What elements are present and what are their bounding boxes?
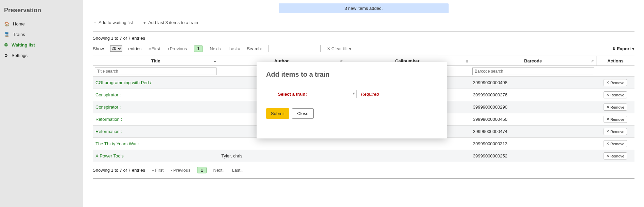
sidebar: Preservation 🏠Home🚆Trains♻Waiting list⚙S… — [0, 0, 83, 207]
toolbar: ＋ Add to waiting list ＋ Add last 3 items… — [93, 18, 634, 32]
modal-title: Add items to a train — [266, 71, 437, 78]
chevron-double-right-icon: » — [241, 168, 243, 173]
chevron-left-icon: ‹ — [171, 168, 172, 173]
pager-last[interactable]: Last» — [228, 46, 241, 51]
show-label: Show — [93, 46, 104, 51]
sidebar-item-waiting-list[interactable]: ♻Waiting list — [0, 40, 83, 50]
home-icon: 🏠 — [4, 22, 10, 26]
cell-author — [219, 138, 344, 150]
add-to-waiting-list-button[interactable]: ＋ Add to waiting list — [93, 20, 133, 25]
close-icon: ✕ — [606, 80, 609, 85]
cell-barcode: 39999000000290 — [470, 101, 596, 113]
remove-button[interactable]: ✕Remove — [604, 128, 627, 135]
close-icon: ✕ — [606, 154, 609, 158]
close-button[interactable]: Close — [292, 108, 313, 119]
cell-callnumber — [345, 150, 470, 162]
chevron-double-right-icon: » — [238, 46, 240, 51]
train-icon: 🚆 — [4, 32, 10, 37]
select-train-dropdown[interactable] — [311, 90, 357, 98]
remove-button[interactable]: ✕Remove — [604, 104, 627, 111]
clear-filter-button[interactable]: ✕Clear filter — [327, 46, 351, 51]
col-title[interactable]: Title — [93, 56, 219, 66]
chevron-right-icon: › — [223, 168, 224, 173]
cell-barcode: 39999000000276 — [470, 89, 596, 101]
cell-barcode: 39999000000450 — [470, 113, 596, 126]
cell-author: Tyler, chris — [219, 150, 344, 162]
sidebar-item-label: Home — [13, 21, 25, 26]
close-icon: ✕ — [606, 117, 609, 121]
toolbar-label: Add to waiting list — [99, 20, 133, 25]
chevron-right-icon: › — [220, 46, 221, 51]
remove-button[interactable]: ✕Remove — [604, 91, 627, 98]
table-controls-top: Show 20 entries «First ‹Previous 1 Next›… — [93, 43, 634, 56]
sidebar-item-label: Waiting list — [12, 42, 35, 48]
item-title-link[interactable]: X Power Tools — [95, 153, 124, 158]
col-barcode[interactable]: Barcode — [470, 56, 596, 66]
sidebar-item-label: Settings — [12, 53, 28, 58]
item-title-link[interactable]: Conspirator : — [95, 105, 121, 110]
table-row: The Thirty Years War :39999000000313✕Rem… — [93, 138, 634, 150]
chevron-double-left-icon: « — [152, 168, 154, 173]
showing-info-bottom: Showing 1 to 7 of 7 entries — [93, 168, 145, 173]
sidebar-item-trains[interactable]: 🚆Trains — [0, 29, 83, 40]
cell-barcode: 39999000000498 — [470, 77, 596, 89]
item-title-link[interactable]: Conspirator : — [95, 92, 121, 97]
add-last-items-button[interactable]: ＋ Add last 3 items to a train — [142, 20, 198, 25]
pager-first[interactable]: «First — [151, 168, 164, 173]
close-icon: ✕ — [606, 93, 609, 97]
close-icon: ✕ — [606, 105, 609, 109]
entries-label: entries — [128, 46, 142, 51]
table-controls-bottom: Showing 1 to 7 of 7 entries «First ‹Prev… — [93, 162, 634, 179]
pager-next[interactable]: Next› — [213, 168, 225, 173]
export-button[interactable]: ⬇Export ▾ — [612, 46, 634, 51]
plus-icon: ＋ — [142, 20, 147, 25]
alert-banner: 3 new items added. — [279, 3, 449, 13]
select-train-label: Select a train: — [266, 92, 307, 97]
plus-icon: ＋ — [93, 20, 97, 25]
close-icon: ✕ — [606, 142, 609, 146]
remove-button[interactable]: ✕Remove — [604, 140, 627, 147]
main-content: 3 new items added. ＋ Add to waiting list… — [83, 0, 644, 207]
cell-barcode: 39999000000252 — [470, 150, 596, 162]
submit-button[interactable]: Submit — [266, 108, 289, 119]
pager-first[interactable]: «First — [148, 46, 161, 51]
recycle-icon: ♻ — [4, 43, 8, 47]
sidebar-item-home[interactable]: 🏠Home — [0, 19, 83, 29]
pager-current: 1 — [197, 167, 206, 173]
required-hint: Required — [361, 92, 379, 97]
chevron-left-icon: ‹ — [168, 46, 169, 51]
search-input[interactable] — [268, 45, 321, 52]
sidebar-title: Preservation — [0, 3, 83, 19]
sidebar-item-settings[interactable]: ⚙Settings — [0, 50, 83, 61]
item-title-link[interactable]: CGI programming with Perl / — [95, 80, 151, 85]
cell-barcode: 39999000000313 — [470, 138, 596, 150]
pager-previous[interactable]: ‹Previous — [167, 46, 188, 51]
cell-callnumber — [345, 138, 470, 150]
remove-button[interactable]: ✕Remove — [604, 116, 627, 123]
col-actions: Actions — [596, 56, 634, 66]
remove-button[interactable]: ✕Remove — [604, 152, 627, 159]
toolbar-label: Add last 3 items to a train — [148, 20, 198, 25]
close-icon: ✕ — [327, 46, 331, 51]
page-size-select[interactable]: 20 — [110, 45, 122, 52]
search-label: Search: — [247, 46, 262, 51]
item-title-link[interactable]: Reformation : — [95, 117, 122, 122]
pager-next[interactable]: Next› — [209, 46, 222, 51]
pager-current: 1 — [194, 45, 203, 52]
filter-title[interactable] — [95, 68, 216, 75]
pager-last[interactable]: Last» — [231, 168, 244, 173]
table-row: X Power ToolsTyler, chris39999000000252✕… — [93, 150, 634, 162]
close-icon: ✕ — [606, 129, 609, 134]
pager-previous[interactable]: ‹Previous — [170, 168, 191, 173]
showing-info-top: Showing 1 to 7 of 7 entries — [93, 32, 634, 43]
gear-icon: ⚙ — [4, 53, 8, 58]
sidebar-item-label: Trains — [13, 32, 25, 37]
sidebar-nav: 🏠Home🚆Trains♻Waiting list⚙Settings — [0, 19, 83, 61]
filter-barcode[interactable] — [472, 68, 594, 75]
chevron-double-left-icon: « — [149, 46, 151, 51]
item-title-link[interactable]: The Thirty Years War : — [95, 141, 139, 146]
download-icon: ⬇ — [612, 46, 616, 51]
item-title-link[interactable]: Reformation : — [95, 129, 122, 134]
add-items-modal: Add items to a train Select a train: Req… — [257, 62, 447, 138]
remove-button[interactable]: ✕Remove — [604, 79, 627, 86]
